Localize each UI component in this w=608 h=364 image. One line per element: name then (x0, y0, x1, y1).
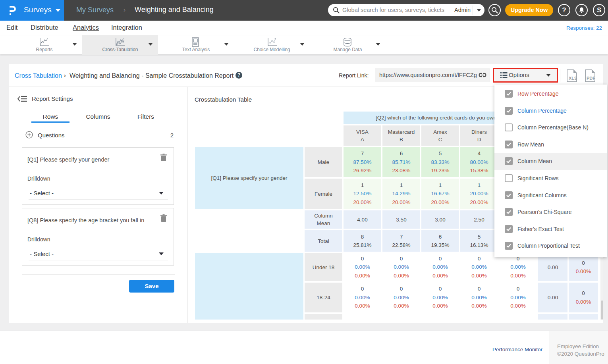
svg-text:PDF: PDF (587, 76, 595, 81)
svg-text:XLS: XLS (569, 76, 577, 81)
